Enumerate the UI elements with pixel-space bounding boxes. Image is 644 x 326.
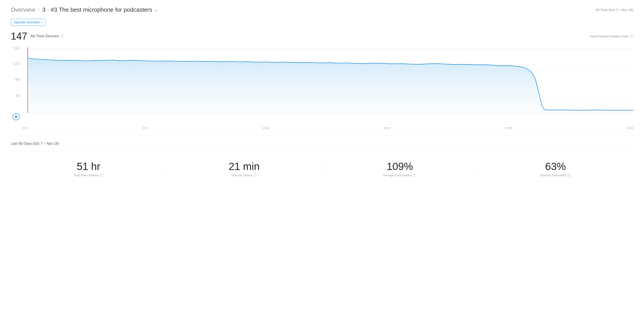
- avg-consumption-help[interactable]: ?: [413, 173, 416, 177]
- svg-text:40: 40: [15, 93, 20, 98]
- stat-devices-subscribed: 63% Devices Subscribed ?: [478, 161, 633, 177]
- stat-avg-consumption-label: Average Consumption ?: [383, 173, 416, 177]
- stat-time-per-device-value: 21 min: [228, 161, 260, 172]
- about-analytics-help[interactable]: ?: [630, 34, 633, 38]
- section-divider: [11, 135, 633, 135]
- time-label-1: 5:00: [142, 127, 148, 130]
- episode-overview-label: Episode Overview: [14, 21, 40, 24]
- all-time-devices-label: All-Time Devices ?: [30, 34, 64, 39]
- time-label-0: 0:00: [22, 127, 28, 130]
- stat-time-per-device: 21 min Time per Device ?: [166, 161, 322, 177]
- stat-time-per-device-label: Time per Device ?: [231, 173, 257, 177]
- episode-title: 3 · #3 The best microphone for podcaster…: [42, 6, 158, 13]
- episode-number: 3: [42, 6, 45, 13]
- time-label-5: 25:00: [626, 127, 633, 130]
- all-time-label: 147 All-Time Devices ?: [11, 31, 64, 41]
- episode-overview-dropdown[interactable]: Episode Overview ▾: [11, 19, 46, 26]
- stats-header: 147 All-Time Devices ? About Podcast Ana…: [11, 31, 633, 41]
- play-button[interactable]: [12, 113, 20, 120]
- stat-avg-consumption-value: 109%: [387, 161, 413, 172]
- chart-svg: 160 120 80 40: [11, 44, 633, 125]
- episode-name: #3 The best microphone for podcasters: [51, 6, 152, 13]
- svg-text:120: 120: [13, 61, 20, 66]
- episode-dot: ·: [48, 6, 49, 13]
- stats-row: 51 hr Total Time Listened ? 21 min Time …: [11, 156, 633, 181]
- date-range: All Time (Oct 7 – Nov 18): [596, 8, 633, 12]
- about-analytics-link[interactable]: About Podcast Analytics Data ?: [590, 34, 633, 38]
- chart-container: 160 120 80 40: [11, 44, 633, 125]
- stat-devices-subscribed-value: 63%: [545, 161, 566, 172]
- top-bar: Overview > 3 · #3 The best microphone fo…: [0, 0, 644, 17]
- episode-dropdown-chevron[interactable]: ⌄: [154, 8, 158, 12]
- stat-total-time-value: 51 hr: [77, 161, 100, 172]
- breadcrumb-separator: >: [37, 7, 40, 12]
- time-label-4: 20:00: [505, 127, 512, 130]
- play-icon: [15, 115, 18, 118]
- content-area: Episode Overview ▾ 147 All-Time Devices …: [0, 17, 644, 188]
- page-container: Overview > 3 · #3 The best microphone fo…: [0, 0, 644, 326]
- stats-divider: [11, 151, 633, 151]
- stat-total-time-label: Total Time Listened ?: [74, 173, 104, 177]
- stat-devices-subscribed-label: Devices Subscribed ?: [540, 173, 571, 177]
- svg-text:80: 80: [15, 77, 20, 82]
- dropdown-chevron-icon: ▾: [41, 21, 43, 24]
- devices-subscribed-help[interactable]: ?: [567, 173, 571, 177]
- svg-text:160: 160: [13, 46, 20, 51]
- overview-link[interactable]: Overview: [11, 6, 35, 13]
- breadcrumb: Overview > 3 · #3 The best microphone fo…: [11, 6, 158, 13]
- time-labels: 0:00 5:00 10:00 15:00 20:00 25:00: [11, 127, 633, 130]
- time-per-device-help[interactable]: ?: [254, 173, 257, 177]
- date-period: Last 60 Days (Oct 7 – Nov 18): [11, 140, 633, 146]
- stat-total-time: 51 hr Total Time Listened ?: [11, 161, 166, 177]
- time-label-2: 10:00: [262, 127, 269, 130]
- stat-avg-consumption: 109% Average Consumption ?: [322, 161, 478, 177]
- time-label-3: 15:00: [384, 127, 390, 130]
- all-time-devices-count: 147: [11, 31, 27, 41]
- all-time-devices-help[interactable]: ?: [60, 34, 64, 38]
- total-time-help[interactable]: ?: [100, 173, 104, 177]
